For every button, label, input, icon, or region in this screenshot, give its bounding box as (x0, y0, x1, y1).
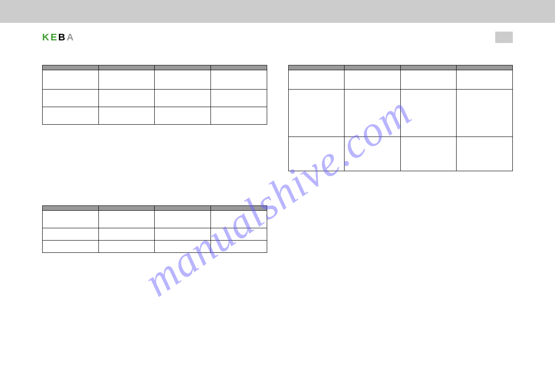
table-cell (210, 228, 267, 241)
table-row (288, 137, 513, 171)
table-cell (210, 241, 267, 253)
table-cell (98, 228, 155, 241)
table-cell (210, 70, 267, 90)
table-header-cell (98, 65, 155, 70)
table-cell (457, 70, 513, 90)
table-header-cell (155, 65, 211, 70)
table-c (288, 65, 513, 171)
page-header: KEBA (0, 23, 555, 43)
logo-letter-b: B (58, 32, 67, 43)
table-cell (210, 107, 267, 125)
table-cell (155, 90, 211, 107)
table-a (42, 65, 267, 125)
table-cell (43, 211, 99, 228)
table-cell (288, 70, 345, 90)
table-header-cell (155, 206, 211, 211)
table-cell (98, 107, 155, 125)
table-row (43, 241, 267, 253)
table-cell (98, 90, 155, 107)
top-bar (0, 0, 555, 23)
table-row (43, 70, 267, 90)
table-cell (98, 211, 155, 228)
table-header-cell (43, 206, 99, 211)
brand-logo: KEBA (42, 32, 75, 43)
table-header-cell (43, 65, 99, 70)
table-cell (400, 137, 457, 171)
table-row (288, 90, 513, 137)
table-header-cell (210, 206, 267, 211)
logo-text: KEBA (42, 32, 75, 43)
table-header-row (288, 65, 513, 70)
table-cell (345, 90, 401, 137)
logo-letter-e: E (51, 32, 58, 43)
table-cell (43, 107, 99, 125)
table-cell (98, 241, 155, 253)
table-cell (43, 70, 99, 90)
table-cell (43, 90, 99, 107)
right-column (288, 59, 513, 253)
table-header-cell (98, 206, 155, 211)
table-cell (155, 228, 211, 241)
table-header-cell (400, 65, 457, 70)
table-cell (155, 107, 211, 125)
table-b (42, 205, 267, 253)
table-cell (288, 137, 345, 171)
table-cell (43, 241, 99, 253)
table-cell (155, 241, 211, 253)
table-header-row (43, 206, 267, 211)
table-row (43, 90, 267, 107)
table-header-cell (345, 65, 401, 70)
table-cell (155, 70, 211, 90)
table-cell (155, 211, 211, 228)
table-cell (457, 90, 513, 137)
left-column (42, 59, 267, 253)
logo-letter-k: K (42, 32, 51, 43)
table-header-cell (457, 65, 513, 70)
table-cell (98, 70, 155, 90)
table-cell (210, 211, 267, 228)
table-cell (400, 90, 457, 137)
table-cell (345, 70, 401, 90)
logo-letter-a: A (66, 32, 75, 43)
header-right (495, 32, 513, 43)
table-cell (210, 90, 267, 107)
table-row (43, 211, 267, 228)
table-row (288, 70, 513, 90)
table-header-row (43, 65, 267, 70)
table-header-cell (210, 65, 267, 70)
table-cell (43, 228, 99, 241)
table-row (43, 107, 267, 125)
table-cell (288, 90, 345, 137)
header-right-box (495, 32, 513, 43)
table-header-cell (288, 65, 345, 70)
table-cell (457, 137, 513, 171)
table-cell (345, 137, 401, 171)
table-cell (400, 70, 457, 90)
table-row (43, 228, 267, 241)
page-content (0, 43, 555, 253)
